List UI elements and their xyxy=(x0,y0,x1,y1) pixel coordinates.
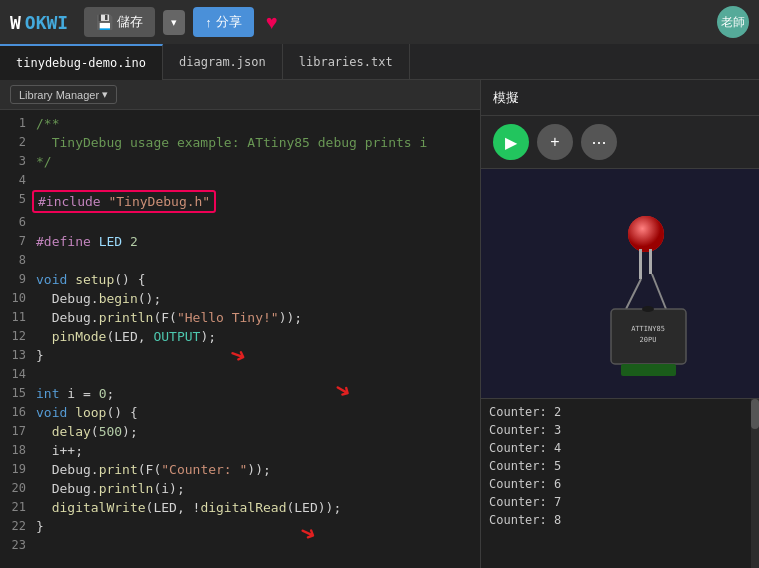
line-number: 23 xyxy=(0,536,36,555)
simulator-title: 模擬 xyxy=(493,89,519,107)
code-line-6: 6 xyxy=(0,213,480,232)
serial-line: Counter: 2 xyxy=(489,403,751,421)
line-number: 11 xyxy=(0,308,36,327)
line-content: delay(500); xyxy=(36,422,480,441)
tab-json-label: diagram.json xyxy=(179,55,266,69)
code-line-14: 14 xyxy=(0,365,480,384)
simulator-panel: 模擬 ▶ + ··· xyxy=(480,80,759,568)
share-button[interactable]: ↑ 分享 xyxy=(193,7,254,37)
avatar[interactable]: 老師 xyxy=(717,6,749,38)
save-dropdown-button[interactable]: ▾ xyxy=(163,10,185,35)
line-content: int i = 0; xyxy=(36,384,480,403)
line-number: 16 xyxy=(0,403,36,422)
share-label: 分享 xyxy=(216,13,242,31)
more-button[interactable]: ··· xyxy=(581,124,617,160)
line-number: 19 xyxy=(0,460,36,479)
tab-ino-label: tinydebug-demo.ino xyxy=(16,56,146,70)
line-content: Debug.print(F("Counter: ")); xyxy=(36,460,480,479)
chip-label-2: 20PU xyxy=(640,336,657,344)
logo: WOKWI xyxy=(10,12,68,33)
led-leg-1 xyxy=(639,249,642,279)
line-number: 2 xyxy=(0,133,36,152)
topbar: WOKWI 💾 儲存 ▾ ↑ 分享 ♥ 老師 xyxy=(0,0,759,44)
save-icon: 💾 xyxy=(96,14,113,30)
code-line-5: 5#include "TinyDebug.h" xyxy=(0,190,480,213)
line-number: 17 xyxy=(0,422,36,441)
tab-libraries[interactable]: libraries.txt xyxy=(283,44,410,80)
save-button[interactable]: 💾 儲存 xyxy=(84,7,155,37)
chip-label-1: ATTINY85 xyxy=(631,325,665,333)
line-content: } xyxy=(36,517,480,536)
code-line-15: 15int i = 0; xyxy=(0,384,480,403)
code-line-10: 10 Debug.begin(); xyxy=(0,289,480,308)
line-number: 21 xyxy=(0,498,36,517)
play-button[interactable]: ▶ xyxy=(493,124,529,160)
line-content: #define LED 2 xyxy=(36,232,480,251)
line-number: 7 xyxy=(0,232,36,251)
subtoolbar: Library Manager ▾ xyxy=(0,80,480,110)
wire-1 xyxy=(626,279,641,309)
code-line-12: 12 pinMode(LED, OUTPUT); xyxy=(0,327,480,346)
library-manager-button[interactable]: Library Manager ▾ xyxy=(10,85,117,104)
code-line-21: 21 digitalWrite(LED, !digitalRead(LED)); xyxy=(0,498,480,517)
save-label: 儲存 xyxy=(117,13,143,31)
line-number: 6 xyxy=(0,213,36,232)
serial-line: Counter: 4 xyxy=(489,439,751,457)
line-content: TinyDebug usage example: ATtiny85 debug … xyxy=(36,133,480,152)
line-number: 22 xyxy=(0,517,36,536)
line-number: 9 xyxy=(0,270,36,289)
line-number: 8 xyxy=(0,251,36,270)
code-line-17: 17 delay(500); xyxy=(0,422,480,441)
line-number: 3 xyxy=(0,152,36,171)
line-content: Debug.println(F("Hello Tiny!")); xyxy=(36,308,480,327)
code-line-3: 3*/ xyxy=(0,152,480,171)
serial-line: Counter: 8 xyxy=(489,511,751,529)
serial-line: Counter: 7 xyxy=(489,493,751,511)
line-number: 20 xyxy=(0,479,36,498)
code-editor[interactable]: 1/**2 TinyDebug usage example: ATtiny85 … xyxy=(0,110,480,568)
line-content: pinMode(LED, OUTPUT); xyxy=(36,327,480,346)
library-manager-label: Library Manager xyxy=(19,89,99,101)
share-icon: ↑ xyxy=(205,15,212,30)
line-content: digitalWrite(LED, !digitalRead(LED)); xyxy=(36,498,480,517)
wire-2 xyxy=(652,274,666,309)
line-number: 10 xyxy=(0,289,36,308)
code-line-9: 9void setup() { xyxy=(0,270,480,289)
add-button[interactable]: + xyxy=(537,124,573,160)
code-line-16: 16void loop() { xyxy=(0,403,480,422)
serial-line: Counter: 5 xyxy=(489,457,751,475)
heart-button[interactable]: ♥ xyxy=(266,11,278,34)
code-line-20: 20 Debug.println(i); xyxy=(0,479,480,498)
line-number: 12 xyxy=(0,327,36,346)
code-line-22: 22} xyxy=(0,517,480,536)
line-content: /** xyxy=(36,114,480,133)
code-line-13: 13} xyxy=(0,346,480,365)
code-line-8: 8 xyxy=(0,251,480,270)
scrollbar-track[interactable] xyxy=(751,399,759,568)
simulator-controls: ▶ + ··· xyxy=(481,116,759,169)
logo-w: W xyxy=(10,12,21,33)
tab-ino[interactable]: tinydebug-demo.ino xyxy=(0,44,163,80)
line-number: 13 xyxy=(0,346,36,365)
led-leg-2 xyxy=(649,249,652,274)
line-number: 18 xyxy=(0,441,36,460)
include-highlight: #include "TinyDebug.h" xyxy=(32,190,216,213)
chip-notch xyxy=(642,306,654,312)
line-number: 14 xyxy=(0,365,36,384)
line-content: #include "TinyDebug.h" xyxy=(36,190,480,213)
pcb-block xyxy=(621,364,676,376)
code-line-23: 23 xyxy=(0,536,480,555)
scrollbar-thumb[interactable] xyxy=(751,399,759,429)
line-number: 4 xyxy=(0,171,36,190)
dropdown-icon: ▾ xyxy=(102,88,108,101)
line-content: i++; xyxy=(36,441,480,460)
serial-output: Counter: 2Counter: 3Counter: 4Counter: 5… xyxy=(481,398,759,568)
line-number: 5 xyxy=(0,190,36,209)
serial-line: Counter: 6 xyxy=(489,475,751,493)
line-content: */ xyxy=(36,152,480,171)
tab-json[interactable]: diagram.json xyxy=(163,44,283,80)
line-number: 15 xyxy=(0,384,36,403)
code-line-2: 2 TinyDebug usage example: ATtiny85 debu… xyxy=(0,133,480,152)
code-line-18: 18 i++; xyxy=(0,441,480,460)
editor-panel: Library Manager ▾ 1/**2 TinyDebug usage … xyxy=(0,80,480,568)
